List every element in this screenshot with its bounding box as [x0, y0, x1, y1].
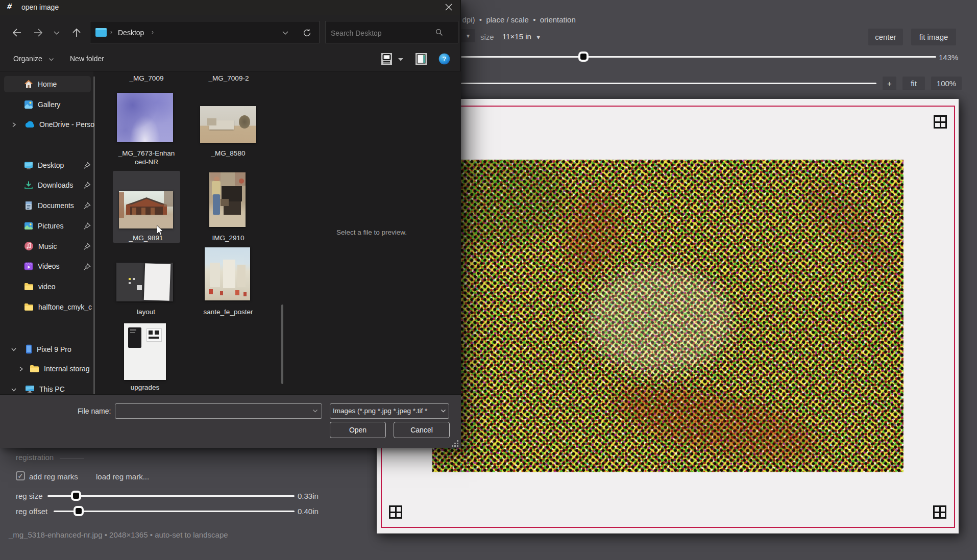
svg-text:?: ? [442, 55, 446, 63]
